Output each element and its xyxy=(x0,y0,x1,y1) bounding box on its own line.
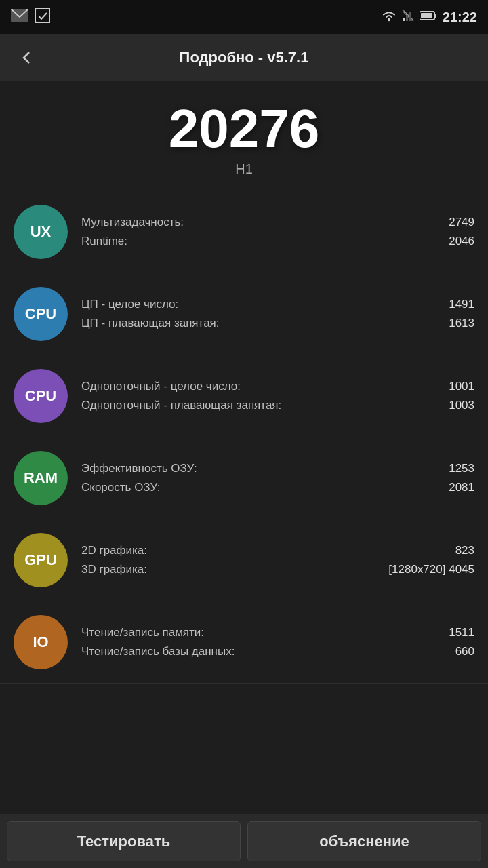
gmail-icon xyxy=(11,9,28,25)
section-gpu: GPU2D графика:8233D графика:[868x488] 4… xyxy=(0,519,488,601)
icon-cpu2: CPU xyxy=(14,369,68,423)
battery-icon xyxy=(420,10,437,24)
section-io: IOЧтение/запись памяти:1511Чтение/запись… xyxy=(0,601,488,684)
detail-value: 660 xyxy=(455,645,474,658)
icon-ux: UX xyxy=(14,205,68,259)
detail-value: 1253 xyxy=(449,462,474,475)
detail-value: 2749 xyxy=(449,216,474,229)
detail-label: Мультизадачность: xyxy=(81,216,184,229)
section-ram: RAMЭффективность ОЗУ:1253Скорость ОЗУ:20… xyxy=(0,437,488,519)
status-bar: 21:22 xyxy=(0,0,488,34)
detail-value: [868x488] 4045 xyxy=(388,563,474,576)
detail-row: Мультизадачность:2749 xyxy=(81,213,474,232)
task-icon xyxy=(35,8,50,26)
detail-value: 823 xyxy=(455,544,474,557)
detail-row: ЦП - плавающая запятая:1613 xyxy=(81,314,474,333)
detail-value: 1613 xyxy=(449,317,474,330)
svg-rect-9 xyxy=(434,14,436,18)
score-label: H1 xyxy=(0,161,488,177)
detail-row: Однопоточный - целое число:1001 xyxy=(81,377,474,396)
detail-row: ЦП - целое число:1491 xyxy=(81,295,474,314)
details-ram: Эффективность ОЗУ:1253Скорость ОЗУ:2081 xyxy=(81,459,474,497)
icon-cpu1: CPU xyxy=(14,287,68,341)
detail-label: Чтение/запись памяти: xyxy=(81,626,204,639)
detail-value: 1511 xyxy=(449,626,474,639)
detail-value: 2046 xyxy=(449,235,474,248)
svg-rect-10 xyxy=(421,13,432,18)
wifi-icon xyxy=(382,9,396,25)
back-button[interactable] xyxy=(14,44,41,71)
test-button[interactable]: Тестировать xyxy=(7,821,241,861)
score-section: 20276 H1 xyxy=(0,81,488,191)
detail-row: Однопоточный - плавающая запятая:1003 xyxy=(81,396,474,415)
score-value: 20276 xyxy=(0,102,488,156)
detail-label: ЦП - целое число: xyxy=(81,298,178,311)
section-cpu2: CPUОднопоточный - целое число:1001Однопо… xyxy=(0,355,488,437)
icon-ram: RAM xyxy=(14,451,68,505)
detail-value: 2081 xyxy=(449,481,474,494)
status-icons-left xyxy=(11,8,50,26)
detail-row: Чтение/запись памяти:1511 xyxy=(81,623,474,642)
detail-row: Скорость ОЗУ:2081 xyxy=(81,478,474,497)
main-content: 20276 H1 UXМультизадачность:2749Runtime:… xyxy=(0,81,488,814)
explain-button[interactable]: объяснение xyxy=(247,821,481,861)
detail-label: Эффективность ОЗУ: xyxy=(81,462,197,475)
details-io: Чтение/запись памяти:1511Чтение/запись б… xyxy=(81,623,474,661)
page-title: Подробно - v5.7.1 xyxy=(41,49,447,66)
detail-row: Чтение/запись базы данных:660 xyxy=(81,642,474,661)
detail-label: 2D графика: xyxy=(81,544,147,557)
detail-label: Скорость ОЗУ: xyxy=(81,481,161,494)
detail-row: 2D графика:823 xyxy=(81,541,474,560)
time-display: 21:22 xyxy=(443,9,477,25)
signal-icon xyxy=(402,9,414,25)
detail-row: Runtime:2046 xyxy=(81,232,474,251)
detail-label: Runtime: xyxy=(81,235,127,248)
status-icons-right: 21:22 xyxy=(382,9,477,25)
details-cpu2: Однопоточный - целое число:1001Однопоточ… xyxy=(81,377,474,415)
detail-value: 1001 xyxy=(449,380,474,393)
section-ux: UXМультизадачность:2749Runtime:2046 xyxy=(0,191,488,273)
details-gpu: 2D графика:8233D графика:[868x488] 4045 xyxy=(81,541,474,579)
section-cpu1: CPUЦП - целое число:1491ЦП - плавающая з… xyxy=(0,273,488,355)
header: Подробно - v5.7.1 xyxy=(0,34,488,81)
detail-label: ЦП - плавающая запятая: xyxy=(81,317,220,330)
bottom-bar: Тестировать объяснение xyxy=(0,814,488,868)
sections-list: UXМультизадачность:2749Runtime:2046CPUЦП… xyxy=(0,191,488,684)
detail-label: Однопоточный - плавающая запятая: xyxy=(81,399,281,412)
details-cpu1: ЦП - целое число:1491ЦП - плавающая запя… xyxy=(81,295,474,333)
detail-row: 3D графика:[868x488] 4045 xyxy=(81,560,474,579)
detail-label: 3D графика: xyxy=(81,563,147,576)
detail-label: Чтение/запись базы данных: xyxy=(81,645,235,658)
detail-label: Однопоточный - целое число: xyxy=(81,380,241,393)
detail-value: 1491 xyxy=(449,298,474,311)
detail-value: 1003 xyxy=(449,399,474,412)
details-ux: Мультизадачность:2749Runtime:2046 xyxy=(81,213,474,251)
detail-row: Эффективность ОЗУ:1253 xyxy=(81,459,474,478)
svg-rect-4 xyxy=(403,18,405,21)
svg-rect-1 xyxy=(35,8,50,23)
icon-io: IO xyxy=(14,615,68,669)
icon-gpu: GPU xyxy=(14,533,68,587)
